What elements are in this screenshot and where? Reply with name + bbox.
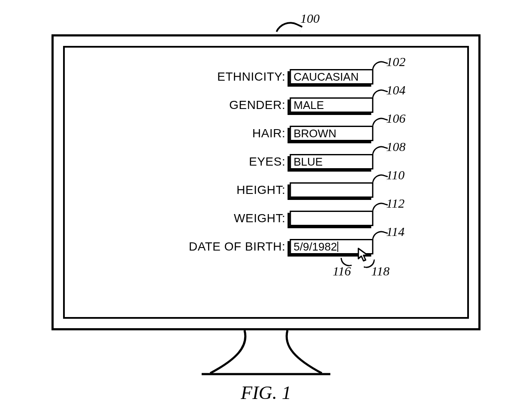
label-eyes: EYES: — [178, 155, 290, 169]
field-weight[interactable] — [290, 211, 373, 226]
row-hair: HAIR: BROWN 106 — [178, 126, 373, 141]
ref-104: 104 — [386, 83, 405, 97]
row-ethnicity: ETHNICITY: CAUCASIAN 102 — [178, 69, 373, 85]
figure-canvas: 100 ETHNICITY: CAUCASIAN 102 GENDER: MAL… — [0, 0, 532, 420]
monitor-bezel: ETHNICITY: CAUCASIAN 102 GENDER: MALE 10… — [51, 34, 481, 330]
ref-112: 112 — [386, 196, 405, 211]
lead-line — [372, 87, 388, 101]
ref-102: 102 — [386, 54, 405, 69]
ref-106: 106 — [386, 111, 405, 126]
lead-line — [372, 229, 388, 243]
field-ethnicity[interactable]: CAUCASIAN — [290, 69, 373, 85]
lead-line — [372, 144, 388, 158]
label-dob: DATE OF BIRTH: — [178, 240, 290, 254]
lead-line — [372, 200, 388, 215]
field-gender[interactable]: MALE — [290, 97, 373, 113]
field-eyes[interactable]: BLUE — [290, 154, 373, 169]
row-weight: WEIGHT: 112 — [178, 211, 373, 226]
label-gender: GENDER: — [178, 98, 290, 112]
text-caret — [337, 242, 338, 252]
lead-line — [372, 59, 388, 73]
lead-line — [372, 172, 388, 186]
row-eyes: EYES: BLUE 108 — [178, 154, 373, 169]
screen: ETHNICITY: CAUCASIAN 102 GENDER: MALE 10… — [63, 46, 469, 319]
lead-line — [372, 115, 388, 130]
ref-110: 110 — [386, 168, 405, 182]
ref-108: 108 — [386, 139, 405, 154]
field-height[interactable] — [290, 182, 373, 198]
row-gender: GENDER: MALE 104 — [178, 97, 373, 113]
row-height: HEIGHT: 110 — [178, 182, 373, 198]
ref-100: 100 — [300, 11, 320, 26]
form: ETHNICITY: CAUCASIAN 102 GENDER: MALE 10… — [178, 69, 373, 254]
label-weight: WEIGHT: — [178, 212, 290, 225]
figure-caption: FIG. 1 — [0, 382, 532, 404]
field-hair[interactable]: BROWN — [290, 126, 373, 141]
label-height: HEIGHT: — [178, 183, 290, 197]
label-hair: HAIR: — [178, 127, 290, 140]
ref-114: 114 — [386, 224, 405, 239]
row-dob: DATE OF BIRTH: 5/9/1982 114 — [178, 239, 373, 254]
dob-value: 5/9/1982 — [293, 240, 337, 254]
monitor-stand — [184, 329, 348, 377]
ref-116: 116 — [332, 264, 351, 278]
ref-118: 118 — [371, 264, 390, 278]
label-ethnicity: ETHNICITY: — [178, 70, 290, 84]
